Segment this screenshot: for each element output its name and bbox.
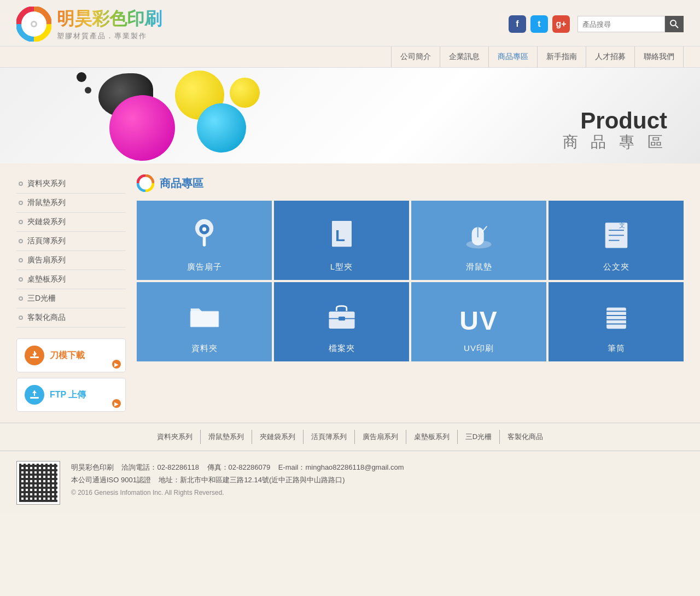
footer-nav-folders[interactable]: 資料夾系列 <box>149 430 201 444</box>
banner: Product 商 品 專 區 <box>0 68 700 163</box>
sidebar-item-binder[interactable]: 活頁簿系列 <box>16 232 126 251</box>
nav-item-contact[interactable]: 聯絡我們 <box>635 46 684 67</box>
facebook-button[interactable]: f <box>509 15 526 33</box>
sidebar-item-mousepad[interactable]: 滑鼠墊系列 <box>16 194 126 213</box>
search-area <box>578 16 684 32</box>
nav-item-guide[interactable]: 新手指南 <box>538 46 586 67</box>
product-lfolder[interactable]: L L型夾 <box>274 201 409 280</box>
docfolder-icon: 文 <box>600 218 633 258</box>
product-fan[interactable]: 廣告扇子 <box>137 201 272 280</box>
footer-nav-mousepad[interactable]: 滑鼠墊系列 <box>201 430 252 444</box>
footer-nav-3d[interactable]: 三D光柵 <box>458 430 500 444</box>
search-button[interactable] <box>665 16 684 32</box>
nav-item-news[interactable]: 企業訊息 <box>440 46 489 67</box>
banner-dot1 <box>77 72 86 82</box>
svg-point-4 <box>32 22 36 26</box>
ftp-label: FTP 上傳 <box>50 389 86 401</box>
footer-nav-zipbag[interactable]: 夾鏈袋系列 <box>252 430 304 444</box>
sidebar-item-deskmat[interactable]: 桌墊板系列 <box>16 270 126 289</box>
svg-rect-33 <box>190 311 219 328</box>
svg-point-5 <box>670 20 676 26</box>
banner-blob-magenta <box>109 95 175 161</box>
banner-blob-yellow-small <box>230 78 260 108</box>
sidebar: 資料夾系列 滑鼠墊系列 夾鏈袋系列 活頁簿系列 廣告扇系列 桌墊板系列 三D光柵 <box>16 174 126 412</box>
product-grid: 廣告扇子 L L型夾 <box>137 201 684 361</box>
lfolder-icon: L <box>325 218 358 258</box>
twitter-button[interactable]: t <box>530 15 548 33</box>
content-title: 商品專區 <box>160 176 203 191</box>
nav-item-company[interactable]: 公司簡介 <box>391 46 440 67</box>
footer: 明昊彩色印刷 洽詢電話：02-82286118 傳真：02-82286079 E… <box>0 451 700 515</box>
footer-nav-deskmat[interactable]: 桌墊板系列 <box>406 430 458 444</box>
sidebar-dot <box>19 296 23 301</box>
footer-nav: 資料夾系列 滑鼠墊系列 夾鏈袋系列 活頁簿系列 廣告扇系列 桌墊板系列 三D光柵… <box>0 423 700 451</box>
svg-text:文: 文 <box>619 222 625 229</box>
folder-icon <box>188 300 221 339</box>
qr-code <box>16 461 60 505</box>
search-input[interactable] <box>578 16 665 32</box>
svg-rect-37 <box>339 317 345 320</box>
product-fan-label: 廣告扇子 <box>187 262 222 272</box>
product-docfolder[interactable]: 文 公文夾 <box>549 201 684 280</box>
sidebar-item-fan[interactable]: 廣告扇系列 <box>16 251 126 270</box>
footer-email-label: E-mail： <box>278 463 306 471</box>
svg-text:L: L <box>335 226 345 244</box>
dieline-download-button[interactable]: 刀模下載 ▶ <box>16 338 126 372</box>
dieline-icon <box>25 346 44 365</box>
logo-subtitle: 塑膠材質產品．專業製作 <box>57 31 162 41</box>
header-right: f t g+ <box>509 15 684 33</box>
search-icon <box>670 20 679 28</box>
product-lfolder-label: L型夾 <box>330 262 353 272</box>
footer-nav-custom[interactable]: 客製化商品 <box>500 430 551 444</box>
footer-fax-label: 傳真： <box>207 463 229 471</box>
svg-line-25 <box>482 226 487 232</box>
sidebar-item-custom[interactable]: 客製化商品 <box>16 308 126 328</box>
banner-blob-cyan <box>197 103 246 153</box>
svg-point-19 <box>202 227 206 231</box>
banner-product-en: Product <box>563 108 667 134</box>
product-pencilholder-label: 筆筒 <box>608 343 625 354</box>
footer-contact-info: 明昊彩色印刷 洽詢電話：02-82286118 傳真：02-82286079 E… <box>71 461 404 487</box>
header: 明昊彩色印刷 塑膠材質產品．專業製作 f t g+ <box>0 0 700 46</box>
footer-nav-fan[interactable]: 廣告扇系列 <box>355 430 406 444</box>
product-docfolder-label: 公文夾 <box>603 262 629 272</box>
fan-icon <box>188 218 221 258</box>
svg-rect-7 <box>30 357 39 358</box>
product-briefcase[interactable]: 檔案夾 <box>274 282 409 361</box>
product-mousepad[interactable]: 滑鼠墊 <box>411 201 546 280</box>
footer-phone-label: 洽詢電話： <box>121 463 157 471</box>
ftp-upload-button[interactable]: FTP 上傳 ▶ <box>16 378 126 412</box>
svg-marker-10 <box>32 354 37 357</box>
nav-item-recruit[interactable]: 人才招募 <box>586 46 635 67</box>
logo-area: 明昊彩色印刷 塑膠材質產品．專業製作 <box>16 7 162 42</box>
footer-copyright: © 2016 Genesis Infomation Inc. All Right… <box>71 489 404 496</box>
svg-point-26 <box>466 241 491 249</box>
footer-email: minghao82286118@gmail.com <box>305 463 404 471</box>
uv-icon: UV <box>459 306 498 339</box>
product-uv[interactable]: UV UV印刷 <box>411 282 546 361</box>
svg-point-15 <box>143 180 148 186</box>
sidebar-item-3d[interactable]: 三D光柵 <box>16 289 126 308</box>
product-folder[interactable]: 資料夾 <box>137 282 272 361</box>
nav-item-products[interactable]: 商品專區 <box>489 46 538 67</box>
sidebar-item-zipbag[interactable]: 夾鏈袋系列 <box>16 213 126 232</box>
product-pencilholder[interactable]: 筆筒 <box>549 282 684 361</box>
dieline-arrow-icon: ▶ <box>112 360 121 369</box>
google-button[interactable]: g+ <box>552 15 570 33</box>
footer-nav-binder[interactable]: 活頁簿系列 <box>304 430 355 444</box>
ftp-arrow-icon: ▶ <box>112 399 121 408</box>
logo-text-area: 明昊彩色印刷 塑膠材質產品．專業製作 <box>57 7 162 41</box>
sidebar-item-folders[interactable]: 資料夾系列 <box>16 174 126 194</box>
sidebar-dot <box>19 182 23 186</box>
sidebar-dot <box>19 315 23 320</box>
nav: 公司簡介 企業訊息 商品專區 新手指南 人才招募 聯絡我們 <box>0 46 700 68</box>
logo-title: 明昊彩色印刷 <box>57 7 162 31</box>
svg-marker-13 <box>32 390 37 393</box>
svg-rect-17 <box>202 236 206 246</box>
svg-rect-38 <box>606 307 627 330</box>
footer-company: 明昊彩色印刷 <box>71 463 114 471</box>
section-logo-icon <box>137 174 154 192</box>
banner-content: Product 商 品 專 區 <box>563 108 667 153</box>
footer-address: 新北市中和區建三路12.14號(近中正路與中山路路口) <box>180 476 345 484</box>
product-briefcase-label: 檔案夾 <box>329 343 355 354</box>
